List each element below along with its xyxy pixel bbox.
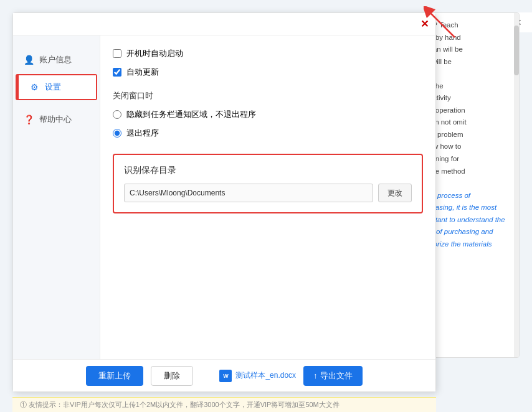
- footer-tip: ① 友情提示：非VIP用户每次仅可上传1个2M以内文件，翻译3000个文字，开通…: [12, 397, 436, 412]
- dir-section-title: 识别保存目录: [124, 165, 412, 176]
- delete-button[interactable]: 删除: [151, 366, 193, 386]
- title-bar: ✕: [13, 13, 435, 35]
- file-type-icon: W: [219, 370, 232, 382]
- settings-content: 开机时自动启动 自动更新 关闭窗口时 隐藏到任务栏通知区域，不退出程序 退出程序: [100, 35, 435, 359]
- bottom-bar: 重新上传 删除 W 测试样本_en.docx ↑ 导出文件: [13, 359, 435, 391]
- sidebar-item-help-label: 帮助中心: [39, 114, 72, 125]
- sidebar-item-settings[interactable]: ⚙ 设置: [17, 75, 96, 99]
- hide-radio[interactable]: [113, 110, 121, 119]
- autoupdate-label: 自动更新: [126, 67, 159, 78]
- quit-radio[interactable]: [113, 129, 121, 138]
- footer-tip-text: ① 友情提示：非VIP用户每次仅可上传1个2M以内文件，翻译3000个文字，开通…: [20, 400, 340, 410]
- settings-icon: ⚙: [29, 82, 40, 92]
- quit-option-label: 退出程序: [126, 128, 159, 139]
- scrollbar-thumb[interactable]: [514, 26, 519, 75]
- export-icon: ↑: [313, 371, 318, 380]
- autostart-label: 开机时自动启动: [126, 48, 183, 59]
- dir-section: 识别保存目录 更改: [113, 154, 423, 213]
- autoupdate-checkbox[interactable]: [113, 68, 121, 77]
- change-dir-button[interactable]: 更改: [378, 184, 412, 202]
- close-window-title: 关闭窗口时: [113, 90, 423, 101]
- close-window-section: 关闭窗口时 隐藏到任务栏通知区域，不退出程序 退出程序: [113, 88, 423, 139]
- quit-option-row: 退出程序: [113, 128, 423, 139]
- account-icon: 👤: [23, 55, 34, 65]
- sidebar-item-settings-label: 设置: [45, 82, 61, 93]
- hide-option-row: 隐藏到任务栏通知区域，不退出程序: [113, 109, 423, 120]
- autoupdate-row: 自动更新: [113, 67, 423, 78]
- startup-section: 开机时自动启动 自动更新: [113, 48, 423, 78]
- sidebar: 👤 账户信息 ⚙ 设置 ❓ 帮助中心: [13, 35, 100, 359]
- export-label: 导出文件: [320, 370, 353, 382]
- hide-option-label: 隐藏到任务栏通知区域，不退出程序: [126, 109, 256, 120]
- upload-button[interactable]: 重新上传: [86, 366, 143, 386]
- scrollbar[interactable]: [514, 13, 519, 357]
- dir-input-row: 更改: [124, 184, 412, 202]
- autostart-checkbox[interactable]: [113, 49, 121, 58]
- window-body: 👤 账户信息 ⚙ 设置 ❓ 帮助中心 开机时自动启动: [13, 35, 435, 359]
- main-window: ✕ 👤 账户信息 ⚙ 设置 ❓ 帮助中心: [12, 12, 436, 392]
- sidebar-item-account-label: 账户信息: [39, 54, 72, 65]
- sidebar-item-help[interactable]: ❓ 帮助中心: [13, 108, 100, 131]
- sidebar-item-account[interactable]: 👤 账户信息: [13, 48, 100, 72]
- export-button[interactable]: ↑ 导出文件: [303, 366, 363, 386]
- file-tag: W 测试样本_en.docx: [219, 370, 296, 382]
- help-icon: ❓: [23, 115, 34, 124]
- file-name: 测试样本_en.docx: [235, 370, 296, 381]
- autostart-row: 开机时自动启动: [113, 48, 423, 59]
- arrow-annotation: [424, 6, 461, 40]
- dir-path-input[interactable]: [124, 184, 373, 202]
